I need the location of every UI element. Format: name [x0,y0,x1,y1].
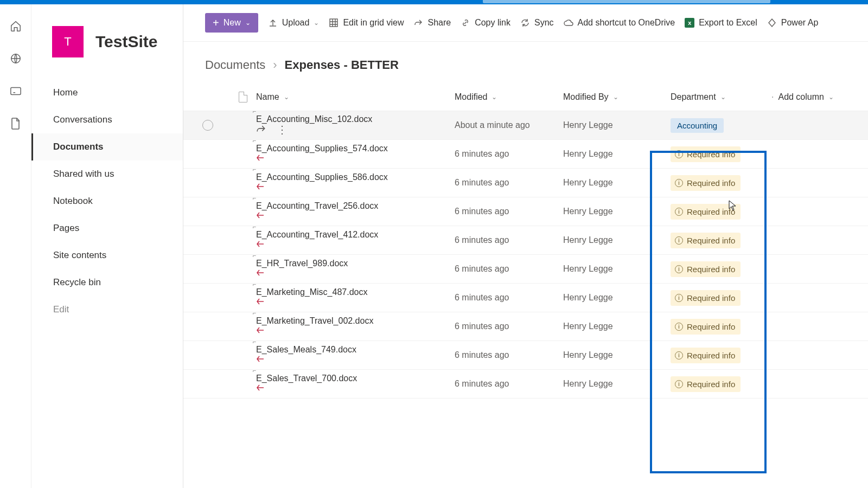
file-name[interactable]: E_Accounting_Misc_102.docx [256,114,372,124]
modified-cell: 6 minutes ago [455,379,563,389]
edit-grid-button[interactable]: Edit in grid view [329,18,404,28]
department-cell[interactable]: iRequired info [655,348,766,363]
department-cell[interactable]: iRequired info [655,319,766,335]
table-row[interactable]: ⌐E_Accounting_Misc_102.docx⋮About a minu… [183,111,868,140]
file-name[interactable]: E_Sales_Meals_749.docx [256,345,356,355]
search-placeholder-bar[interactable] [483,0,770,3]
nav-item-shared-with-us[interactable]: Shared with us [31,160,183,188]
select-circle[interactable] [202,120,213,131]
nav-item-notebook[interactable]: Notebook [31,188,183,215]
required-info-badge[interactable]: iRequired info [671,146,741,162]
file-name[interactable]: E_Marketing_Travel_002.docx [256,316,373,326]
department-cell[interactable]: Accounting [655,118,766,133]
required-info-badge[interactable]: iRequired info [671,261,741,277]
site-nav: HomeConversationsDocumentsShared with us… [31,74,183,323]
chevron-right-icon: › [273,58,277,72]
breadcrumb: Documents › Expenses - BETTER [183,42,868,83]
file-name[interactable]: E_HR_Travel_989.docx [256,259,348,268]
required-info-badge[interactable]: iRequired info [671,290,741,306]
modified-by-cell[interactable]: Henry Legge [563,293,655,303]
power-apps-button[interactable]: Power Ap [767,18,818,28]
export-excel-button[interactable]: x Export to Excel [685,18,757,28]
site-header: T TestSite [31,4,183,74]
modified-cell: 6 minutes ago [455,149,563,159]
table-row[interactable]: ⌐E_HR_Travel_989.docx6 minutes agoHenry … [183,255,868,284]
table-row[interactable]: ⌐E_Accounting_Travel_412.docx6 minutes a… [183,226,868,255]
nav-item-site-contents[interactable]: Site contents [31,242,183,269]
filetype-col-icon[interactable] [232,92,254,102]
col-modified-by[interactable]: Modified By⌄ [563,92,655,102]
row-more-icon[interactable]: ⋮ [277,124,288,136]
required-info-badge[interactable]: iRequired info [671,319,741,335]
copy-link-button[interactable]: Copy link [461,18,510,28]
department-cell[interactable]: iRequired info [655,204,766,220]
new-button[interactable]: + New ⌄ [205,13,258,33]
department-cell[interactable]: iRequired info [655,376,766,392]
nav-item-recycle-bin[interactable]: Recycle bin [31,269,183,296]
file-name[interactable]: E_Accounting_Travel_256.docx [256,201,378,211]
table-row[interactable]: ⌐E_Accounting_Travel_256.docx6 minutes a… [183,197,868,226]
department-cell[interactable]: iRequired info [655,290,766,306]
required-info-badge[interactable]: iRequired info [671,233,741,248]
globe-icon[interactable] [9,52,22,65]
info-icon: i [675,236,683,245]
col-modified[interactable]: Modified⌄ [455,92,563,102]
modified-by-cell[interactable]: Henry Legge [563,235,655,245]
modified-by-cell[interactable]: Henry Legge [563,379,655,389]
nav-item-pages[interactable]: Pages [31,215,183,242]
add-shortcut-button[interactable]: Add shortcut to OneDrive [564,18,675,28]
site-title[interactable]: TestSite [95,33,157,51]
svg-rect-1 [10,88,20,95]
card-icon[interactable] [9,85,22,98]
attention-icon [256,355,265,365]
department-cell[interactable]: iRequired info [655,233,766,248]
file-name[interactable]: E_Accounting_Supplies_586.docx [256,172,388,182]
attention-icon [256,326,265,337]
modified-by-cell[interactable]: Henry Legge [563,120,655,130]
table-row[interactable]: ⌐E_Sales_Travel_700.docx6 minutes agoHen… [183,370,868,399]
table-row[interactable]: ⌐E_Marketing_Travel_002.docx6 minutes ag… [183,312,868,341]
table-row[interactable]: ⌐E_Marketing_Misc_487.docx6 minutes agoH… [183,284,868,312]
col-department[interactable]: Department⌄ [671,92,766,102]
add-column-button[interactable]: ·Add column⌄ [771,92,853,102]
department-cell[interactable]: iRequired info [655,175,766,191]
site-logo[interactable]: T [52,26,84,57]
share-icon[interactable] [256,124,266,136]
file-name[interactable]: E_Accounting_Supplies_574.docx [256,144,388,153]
department-cell[interactable]: iRequired info [655,261,766,277]
department-cell[interactable]: iRequired info [655,146,766,162]
modified-cell: 6 minutes ago [455,207,563,216]
required-info-badge[interactable]: iRequired info [671,175,741,191]
nav-item-home[interactable]: Home [31,79,183,106]
nav-item-conversations[interactable]: Conversations [31,106,183,133]
modified-by-cell[interactable]: Henry Legge [563,149,655,159]
share-button[interactable]: Share [413,18,451,28]
file-name[interactable]: E_Sales_Travel_700.docx [256,374,357,383]
table-row[interactable]: ⌐E_Sales_Meals_749.docx6 minutes agoHenr… [183,341,868,370]
breadcrumb-root[interactable]: Documents [205,58,265,72]
nav-item-documents[interactable]: Documents [31,133,183,160]
modified-cell: 6 minutes ago [455,322,563,331]
home-icon[interactable] [9,20,22,33]
table-row[interactable]: ⌐E_Accounting_Supplies_586.docx6 minutes… [183,169,868,197]
required-info-badge[interactable]: iRequired info [671,204,741,220]
required-info-badge[interactable]: iRequired info [671,348,741,363]
modified-by-cell[interactable]: Henry Legge [563,207,655,216]
nav-edit[interactable]: Edit [31,296,183,323]
modified-by-cell[interactable]: Henry Legge [563,264,655,274]
document-icon[interactable] [9,117,22,130]
sync-button[interactable]: Sync [520,18,554,28]
file-name[interactable]: E_Marketing_Misc_487.docx [256,287,367,297]
required-info-badge[interactable]: iRequired info [671,376,741,392]
modified-by-cell[interactable]: Henry Legge [563,322,655,331]
department-tag[interactable]: Accounting [671,118,724,133]
command-bar: + New ⌄ Upload ⌄ Edit in grid view Share… [183,4,868,42]
file-table: Name⌄ Modified⌄ Modified By⌄ Department⌄… [183,83,868,399]
modified-by-cell[interactable]: Henry Legge [563,178,655,188]
upload-button[interactable]: Upload ⌄ [268,18,320,28]
file-name[interactable]: E_Accounting_Travel_412.docx [256,230,378,240]
modified-by-cell[interactable]: Henry Legge [563,350,655,360]
col-name[interactable]: Name⌄ [256,92,455,102]
powerapps-icon [767,18,777,28]
table-row[interactable]: ⌐E_Accounting_Supplies_574.docx6 minutes… [183,140,868,169]
